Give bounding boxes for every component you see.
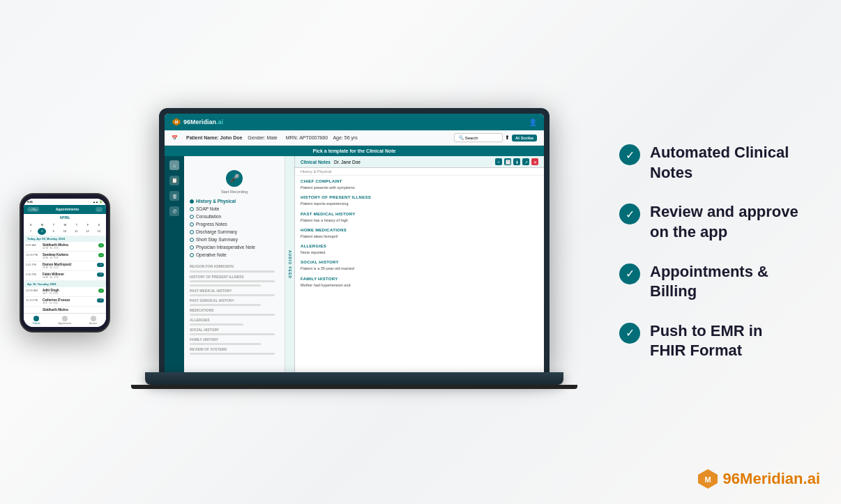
template-history-physical[interactable]: History & Physical [190, 197, 279, 205]
feature-label-4: Push to EMR in FHIR Format [650, 321, 801, 361]
mic-area: 🎤 Start Recording [190, 162, 279, 197]
phone-nav-add[interactable]: + [96, 207, 103, 212]
template-picker-banner: Pick a template for the Clinical Note [165, 146, 544, 156]
notes-header: Clinical Notes Dr. Jane Doe + ⬜ ⬇ ↗ ✕ [295, 156, 544, 168]
patient-mrn: MRN: APT0007880 Age: 56 yrs [286, 135, 358, 140]
logo-text: 96Meridian.ai [183, 119, 223, 125]
radio-history [190, 199, 194, 204]
notes-add-btn[interactable]: + [495, 158, 502, 165]
patients-icon [33, 316, 39, 321]
feature-label-2: Review and approve on the app [650, 202, 801, 242]
template-progress[interactable]: Progress Notes [190, 220, 279, 228]
sidebar-icon-chart[interactable]: 📋 [169, 176, 179, 185]
phone-section-today: Today, Apr 09, Monday, 2024 [24, 236, 106, 242]
badge-plus-1: + [98, 243, 104, 247]
badge-ai-6: 🎤 [97, 298, 104, 303]
app-content-main: 🎤 Start Recording History & Physical [184, 156, 544, 372]
app-body: ⌂ 📋 🗑 ⏱ 🎤 Star [165, 156, 544, 372]
phone-apt-7[interactable]: Siddharth Mishra [24, 307, 106, 313]
radio-progress [190, 222, 194, 227]
laptop-base-bottom [131, 385, 577, 389]
notes-share-btn[interactable]: ↗ [522, 158, 529, 165]
phone-apt-5[interactable]: 10:00 AM Aditi Singh 18 F · Dr. XYZ + [24, 287, 106, 297]
app-logo: M 96Meridian.ai [172, 117, 223, 127]
feature-check-2: ✓ [619, 204, 640, 224]
transcription-preview: REASON FOR ADMISSION HISTORY OF PRESENT … [190, 264, 279, 355]
phone-screen: 9:41 ▲▲ 🔋 < Pts Appointments + APRIL S M [24, 199, 106, 327]
template-list: 🎤 Start Recording History & Physical [184, 156, 285, 372]
template-short-stay[interactable]: Short Stay Summary [190, 236, 279, 243]
note-medications: HOME MEDICATIONS Patient takes lisinopri… [301, 228, 538, 239]
notes-copy-btn[interactable]: ⬜ [504, 158, 511, 165]
feature-item-3: ✓ Appointments & Billing [619, 262, 801, 302]
app-header: M 96Meridian.ai 👤 [165, 114, 544, 130]
phone-icons: ▲▲ 🔋 [93, 200, 103, 204]
header-user-icon[interactable]: 👤 [529, 119, 537, 126]
sidebar-icon-clock[interactable]: ⏱ [169, 206, 179, 216]
logo-icon: M [172, 117, 181, 127]
template-and-notes: 🎤 Start Recording History & Physical [184, 156, 544, 372]
bottom-logo-text: 96Meridian.ai [723, 470, 820, 488]
calendar-icon: 📅 [172, 135, 178, 141]
audio-feed-panel[interactable]: Audio Feed [285, 156, 295, 372]
laptop-frame: M 96Meridian.ai 👤 📅 Patient Name: John D… [159, 108, 550, 372]
radio-physician-intra [190, 245, 194, 250]
template-consultation[interactable]: Consultation [190, 213, 279, 220]
phone-nav-patients[interactable]: Patients [33, 316, 40, 325]
feature-check-1: ✓ [619, 144, 640, 165]
features-list: ✓ Automated Clinical Notes ✓ Review and … [598, 129, 821, 375]
phone-back-btn[interactable]: < Pts [27, 207, 39, 212]
mic-label: Start Recording [221, 190, 248, 194]
bottom-logo: M 96Meridian.ai [697, 468, 820, 490]
radio-soap [190, 207, 194, 211]
appointments-icon [62, 316, 68, 321]
app-sidebar: ⌂ 📋 🗑 ⏱ [165, 156, 184, 372]
phone-nav-account[interactable]: Account [89, 316, 97, 325]
account-icon [91, 316, 96, 321]
phone-device: 9:41 ▲▲ 🔋 < Pts Appointments + APRIL S M [20, 193, 110, 333]
note-pmh: PAST MEDICAL HISTORY Patient has a histo… [301, 212, 538, 223]
sidebar-icon-trash[interactable]: 🗑 [169, 191, 179, 201]
phone-apt-2[interactable]: 12:00 PM Sandeep Karkera 28 M · Dr. XYZ … [24, 252, 106, 261]
mic-button[interactable]: 🎤 [226, 170, 243, 187]
note-allergies: ALLERGIES None reported. [301, 244, 538, 255]
notes-download-btn[interactable]: ⬇ [513, 158, 520, 165]
feature-check-4: ✓ [619, 323, 640, 344]
ai-scribe-button[interactable]: AI Scribe [512, 135, 537, 142]
phone-calendar-month: APRIL [24, 214, 106, 221]
phone-calendar-row1: 7 8 9 10 11 12 13 [24, 227, 106, 236]
badge-plus-5: + [98, 289, 104, 293]
radio-operative [190, 253, 194, 257]
notes-content: CHIEF COMPLAINT Patient presents with sy… [295, 176, 544, 372]
badge-plus-2: + [98, 253, 104, 257]
search-input[interactable]: 🔍 Search [454, 133, 503, 142]
feature-label-3: Appointments & Billing [650, 262, 801, 302]
notes-doctor: Dr. Jane Doe [334, 160, 361, 165]
notes-close-btn[interactable]: ✕ [531, 158, 538, 165]
laptop-screen: M 96Meridian.ai 👤 📅 Patient Name: John D… [165, 114, 544, 372]
radio-discharge [190, 230, 194, 234]
phone-apt-3[interactable]: 2:45 PM Damon MacKopsicl 20 M · Dr. XYZ … [24, 261, 106, 271]
feature-item-4: ✓ Push to EMR in FHIR Format [619, 321, 801, 361]
phone-apt-6[interactable]: 12:10 PM Catherine D'souza 29 F · Dr. XY… [24, 297, 106, 307]
phone-nav-title: Appointments [42, 207, 92, 211]
note-hpi: HISTORY OF PRESENT ILLNESS Patient repor… [301, 195, 538, 206]
template-operative[interactable]: Operative Note [190, 251, 279, 259]
notes-column: CHIEF COMPLAINT Patient presents with sy… [301, 179, 538, 369]
template-soap[interactable]: SOAP Note [190, 205, 279, 213]
laptop-wrapper: M 96Meridian.ai 👤 📅 Patient Name: John D… [131, 108, 577, 389]
phone-calendar-header: S M T W T F S [24, 221, 106, 227]
sidebar-icon-home[interactable]: ⌂ [169, 160, 179, 170]
phone-nav-appointments[interactable]: Appointments [59, 316, 71, 325]
search-box: 🔍 Search ⬆ AI Scribe [454, 133, 537, 142]
phone-section-tomorrow: Apr 10, Tuesday, 2024 [24, 281, 106, 287]
badge-ai-3: 🎤 [97, 263, 104, 267]
template-physician-intra[interactable]: Physician Intraoperative Note [190, 243, 279, 251]
feature-check-3: ✓ [619, 264, 640, 284]
template-discharge[interactable]: Discharge Summary [190, 228, 279, 236]
note-family: FAMILY HISTORY Mother had hypertension a… [301, 277, 538, 288]
phone-apt-4[interactable]: 4:30 PM Fabio Willoner 34 M · Dr. XYZ 🎤 [24, 271, 106, 281]
svg-text:M: M [704, 475, 711, 484]
phone-apt-1[interactable]: 9:00 AM Siddharth Mishra 42 M · Dr. XYZ … [24, 242, 106, 252]
feature-label-1: Automated Clinical Notes [650, 143, 801, 183]
